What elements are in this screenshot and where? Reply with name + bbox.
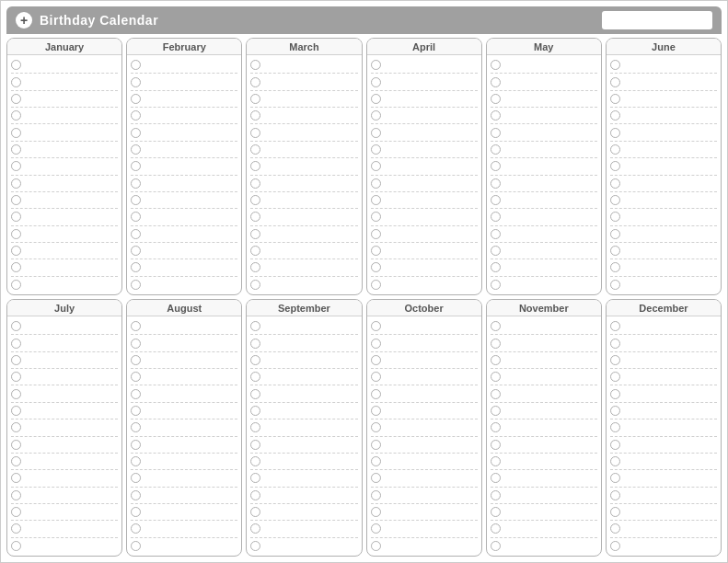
entry-circle[interactable] <box>250 422 260 432</box>
entry-circle[interactable] <box>491 144 501 155</box>
entry-circle[interactable] <box>610 128 620 138</box>
entry-circle[interactable] <box>371 195 381 205</box>
entry-circle[interactable] <box>491 372 501 382</box>
entry-circle[interactable] <box>131 321 141 331</box>
entry-circle[interactable] <box>491 541 501 551</box>
entry-circle[interactable] <box>250 507 260 517</box>
entry-circle[interactable] <box>610 456 620 466</box>
entry-circle[interactable] <box>11 389 21 399</box>
entry-circle[interactable] <box>371 339 381 349</box>
entry-circle[interactable] <box>250 389 260 399</box>
entry-circle[interactable] <box>11 372 21 382</box>
entry-circle[interactable] <box>11 144 21 155</box>
entry-circle[interactable] <box>11 422 21 432</box>
entry-circle[interactable] <box>491 262 501 272</box>
entry-circle[interactable] <box>131 195 141 205</box>
entry-circle[interactable] <box>250 144 260 155</box>
entry-circle[interactable] <box>131 246 141 256</box>
entry-circle[interactable] <box>491 94 501 104</box>
entry-circle[interactable] <box>491 456 501 466</box>
entry-circle[interactable] <box>11 541 21 551</box>
entry-circle[interactable] <box>491 229 501 239</box>
entry-circle[interactable] <box>371 229 381 239</box>
entry-circle[interactable] <box>371 246 381 256</box>
entry-circle[interactable] <box>491 406 501 416</box>
entry-circle[interactable] <box>11 128 21 138</box>
entry-circle[interactable] <box>131 77 141 87</box>
entry-circle[interactable] <box>491 246 501 256</box>
entry-circle[interactable] <box>371 372 381 382</box>
entry-circle[interactable] <box>131 372 141 382</box>
search-input[interactable] <box>602 11 712 29</box>
entry-circle[interactable] <box>491 355 501 365</box>
entry-circle[interactable] <box>250 456 260 466</box>
entry-circle[interactable] <box>610 355 620 365</box>
entry-circle[interactable] <box>250 339 260 349</box>
entry-circle[interactable] <box>610 490 620 500</box>
entry-circle[interactable] <box>131 178 141 189</box>
entry-circle[interactable] <box>250 262 260 272</box>
entry-circle[interactable] <box>250 161 260 171</box>
entry-circle[interactable] <box>131 507 141 517</box>
entry-circle[interactable] <box>250 128 260 138</box>
entry-circle[interactable] <box>491 523 501 534</box>
entry-circle[interactable] <box>11 355 21 365</box>
entry-circle[interactable] <box>131 60 141 70</box>
entry-circle[interactable] <box>610 161 620 171</box>
entry-circle[interactable] <box>131 490 141 500</box>
entry-circle[interactable] <box>11 262 21 272</box>
entry-circle[interactable] <box>11 212 21 222</box>
entry-circle[interactable] <box>11 161 21 171</box>
add-icon[interactable]: + <box>16 12 32 29</box>
entry-circle[interactable] <box>610 280 620 290</box>
entry-circle[interactable] <box>371 507 381 517</box>
entry-circle[interactable] <box>610 144 620 155</box>
entry-circle[interactable] <box>371 212 381 222</box>
entry-circle[interactable] <box>250 490 260 500</box>
entry-circle[interactable] <box>371 541 381 551</box>
entry-circle[interactable] <box>11 94 21 104</box>
entry-circle[interactable] <box>610 262 620 272</box>
entry-circle[interactable] <box>11 490 21 500</box>
entry-circle[interactable] <box>371 321 381 331</box>
entry-circle[interactable] <box>131 212 141 222</box>
entry-circle[interactable] <box>11 195 21 205</box>
entry-circle[interactable] <box>610 77 620 87</box>
entry-circle[interactable] <box>250 321 260 331</box>
entry-circle[interactable] <box>11 77 21 87</box>
entry-circle[interactable] <box>610 229 620 239</box>
entry-circle[interactable] <box>11 321 21 331</box>
entry-circle[interactable] <box>371 490 381 500</box>
entry-circle[interactable] <box>610 195 620 205</box>
entry-circle[interactable] <box>250 229 260 239</box>
entry-circle[interactable] <box>371 60 381 70</box>
entry-circle[interactable] <box>131 541 141 551</box>
entry-circle[interactable] <box>11 456 21 466</box>
entry-circle[interactable] <box>491 128 501 138</box>
entry-circle[interactable] <box>11 406 21 416</box>
entry-circle[interactable] <box>610 541 620 551</box>
entry-circle[interactable] <box>491 422 501 432</box>
entry-circle[interactable] <box>131 355 141 365</box>
entry-circle[interactable] <box>250 195 260 205</box>
entry-circle[interactable] <box>131 339 141 349</box>
entry-circle[interactable] <box>250 212 260 222</box>
entry-circle[interactable] <box>11 440 21 450</box>
entry-circle[interactable] <box>11 523 21 534</box>
entry-circle[interactable] <box>131 128 141 138</box>
entry-circle[interactable] <box>250 178 260 189</box>
entry-circle[interactable] <box>250 355 260 365</box>
entry-circle[interactable] <box>610 389 620 399</box>
entry-circle[interactable] <box>371 523 381 534</box>
entry-circle[interactable] <box>491 280 501 290</box>
entry-circle[interactable] <box>371 440 381 450</box>
entry-circle[interactable] <box>491 389 501 399</box>
entry-circle[interactable] <box>610 212 620 222</box>
entry-circle[interactable] <box>131 473 141 483</box>
entry-circle[interactable] <box>250 77 260 87</box>
entry-circle[interactable] <box>610 473 620 483</box>
entry-circle[interactable] <box>371 144 381 155</box>
entry-circle[interactable] <box>250 523 260 534</box>
entry-circle[interactable] <box>491 440 501 450</box>
entry-circle[interactable] <box>610 110 620 121</box>
